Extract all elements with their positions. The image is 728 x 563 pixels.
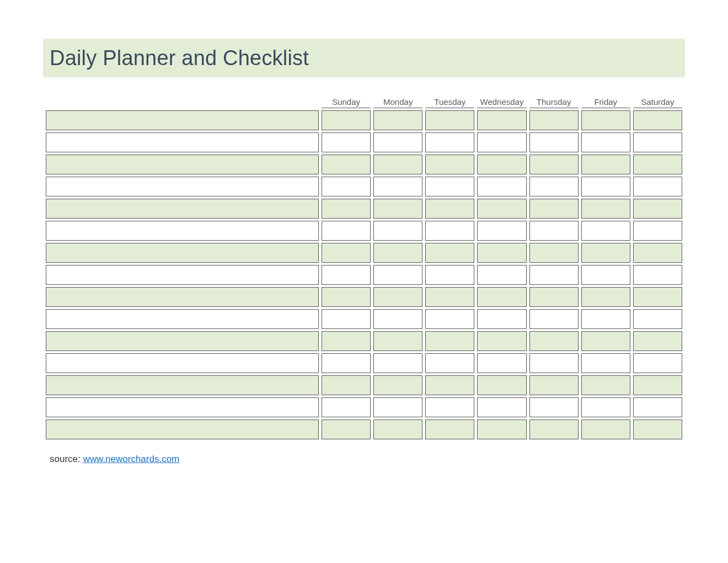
task-cell[interactable] (46, 221, 319, 241)
day-cell[interactable] (477, 243, 526, 263)
day-cell[interactable] (425, 110, 474, 130)
task-cell[interactable] (46, 419, 319, 439)
day-cell[interactable] (373, 265, 422, 285)
task-cell[interactable] (46, 155, 319, 174)
day-cell[interactable] (633, 177, 682, 196)
day-cell[interactable] (425, 177, 474, 196)
day-cell[interactable] (529, 199, 579, 219)
day-cell[interactable] (322, 419, 371, 439)
day-cell[interactable] (425, 309, 474, 329)
day-cell[interactable] (373, 375, 422, 395)
day-cell[interactable] (477, 110, 526, 130)
day-cell[interactable] (477, 177, 526, 196)
day-cell[interactable] (581, 155, 630, 174)
day-cell[interactable] (633, 155, 682, 174)
day-cell[interactable] (529, 243, 579, 263)
day-cell[interactable] (373, 353, 422, 373)
source-link[interactable]: www.neworchards.com (83, 454, 179, 464)
day-cell[interactable] (425, 419, 474, 439)
day-cell[interactable] (633, 419, 682, 439)
day-cell[interactable] (633, 353, 682, 373)
day-cell[interactable] (477, 155, 526, 174)
day-cell[interactable] (581, 375, 630, 395)
day-cell[interactable] (373, 110, 422, 130)
task-cell[interactable] (46, 243, 319, 263)
day-cell[interactable] (322, 110, 371, 130)
task-cell[interactable] (46, 375, 319, 395)
day-cell[interactable] (581, 199, 630, 219)
day-cell[interactable] (529, 221, 579, 241)
day-cell[interactable] (581, 309, 630, 329)
day-cell[interactable] (322, 265, 371, 285)
task-cell[interactable] (46, 331, 319, 351)
day-cell[interactable] (477, 221, 526, 241)
day-cell[interactable] (581, 397, 630, 417)
day-cell[interactable] (373, 419, 422, 439)
day-cell[interactable] (322, 177, 371, 196)
day-cell[interactable] (633, 287, 682, 307)
day-cell[interactable] (529, 375, 579, 395)
day-cell[interactable] (529, 331, 579, 351)
day-cell[interactable] (373, 243, 422, 263)
day-cell[interactable] (529, 265, 579, 285)
day-cell[interactable] (425, 397, 474, 417)
day-cell[interactable] (633, 110, 682, 130)
day-cell[interactable] (633, 309, 682, 329)
task-cell[interactable] (46, 110, 319, 130)
day-cell[interactable] (477, 309, 526, 329)
day-cell[interactable] (529, 309, 579, 329)
task-cell[interactable] (46, 309, 319, 329)
day-cell[interactable] (477, 353, 526, 373)
day-cell[interactable] (529, 287, 579, 307)
day-cell[interactable] (477, 375, 526, 395)
day-cell[interactable] (425, 243, 474, 263)
day-cell[interactable] (633, 375, 682, 395)
day-cell[interactable] (633, 265, 682, 285)
day-cell[interactable] (581, 132, 630, 152)
day-cell[interactable] (425, 199, 474, 219)
day-cell[interactable] (633, 221, 682, 241)
day-cell[interactable] (529, 353, 579, 373)
day-cell[interactable] (322, 375, 371, 395)
day-cell[interactable] (581, 243, 630, 263)
day-cell[interactable] (373, 221, 422, 241)
day-cell[interactable] (633, 199, 682, 219)
day-cell[interactable] (529, 155, 579, 174)
day-cell[interactable] (322, 221, 371, 241)
day-cell[interactable] (425, 375, 474, 395)
day-cell[interactable] (425, 353, 474, 373)
day-cell[interactable] (322, 155, 371, 174)
day-cell[interactable] (373, 132, 422, 152)
day-cell[interactable] (581, 353, 630, 373)
day-cell[interactable] (529, 110, 579, 130)
task-cell[interactable] (46, 199, 319, 219)
day-cell[interactable] (322, 287, 371, 307)
day-cell[interactable] (322, 309, 371, 329)
day-cell[interactable] (477, 132, 526, 152)
day-cell[interactable] (322, 353, 371, 373)
day-cell[interactable] (477, 287, 526, 307)
task-cell[interactable] (46, 397, 319, 417)
day-cell[interactable] (425, 331, 474, 351)
task-cell[interactable] (46, 132, 319, 152)
day-cell[interactable] (322, 243, 371, 263)
day-cell[interactable] (529, 177, 579, 196)
task-cell[interactable] (46, 177, 319, 196)
day-cell[interactable] (529, 397, 579, 417)
day-cell[interactable] (425, 287, 474, 307)
task-cell[interactable] (46, 265, 319, 285)
day-cell[interactable] (425, 265, 474, 285)
day-cell[interactable] (529, 132, 579, 152)
day-cell[interactable] (373, 331, 422, 351)
day-cell[interactable] (373, 199, 422, 219)
day-cell[interactable] (425, 155, 474, 174)
day-cell[interactable] (477, 199, 526, 219)
day-cell[interactable] (373, 155, 422, 174)
day-cell[interactable] (581, 265, 630, 285)
task-cell[interactable] (46, 353, 319, 373)
day-cell[interactable] (633, 132, 682, 152)
day-cell[interactable] (373, 309, 422, 329)
day-cell[interactable] (373, 177, 422, 196)
day-cell[interactable] (373, 287, 422, 307)
day-cell[interactable] (322, 132, 371, 152)
